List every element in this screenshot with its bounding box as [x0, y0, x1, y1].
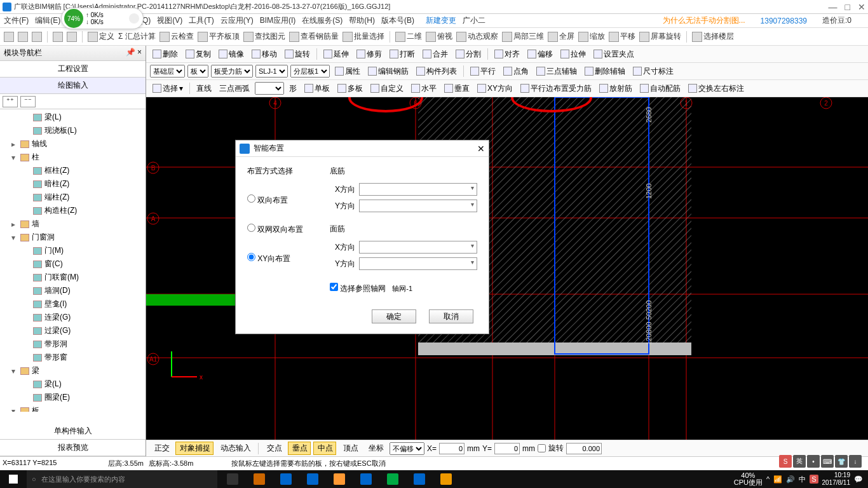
pan-btn[interactable]: 平移 — [609, 31, 635, 42]
mid-toggle[interactable]: 中点 — [313, 442, 336, 455]
radial-btn[interactable]: 放射筋 — [597, 82, 635, 95]
type-select[interactable]: 板受力筋 — [211, 65, 253, 78]
tree-node[interactable]: 框柱(Z) — [0, 164, 146, 177]
rotate-btn[interactable]: 旋转 — [282, 48, 313, 61]
tree-node[interactable]: 窗(C) — [0, 257, 146, 271]
topview-btn[interactable]: 俯视 — [426, 31, 452, 42]
tree-node[interactable]: 带形窗 — [0, 351, 146, 364]
arc3pt-btn[interactable]: 三点画弧 — [217, 82, 252, 95]
ptangle-btn[interactable]: 点角 — [501, 65, 531, 78]
task-item[interactable] — [433, 470, 459, 488]
delete-btn[interactable]: 删除 — [150, 48, 180, 61]
fullscreen-btn[interactable]: 全屏 — [548, 31, 574, 42]
menu-bim[interactable]: BIM应用(I) — [260, 15, 296, 26]
align-btn[interactable]: 对齐 — [492, 48, 522, 61]
paralleledge-btn[interactable]: 平行边布置受力筋 — [518, 82, 594, 95]
tree-node[interactable]: 暗柱(Z) — [0, 177, 146, 191]
tree-node[interactable]: 端柱(Z) — [0, 191, 146, 204]
task-item[interactable] — [353, 470, 379, 488]
dim-btn[interactable]: 尺寸标注 — [630, 65, 676, 78]
leveltop-btn[interactable]: 平齐板顶 — [198, 31, 240, 42]
tree-node[interactable]: ▸轴线 — [0, 137, 146, 151]
trim-btn[interactable]: 修剪 — [354, 48, 384, 61]
tray-sogou-icon[interactable]: S — [810, 475, 818, 484]
tree-node[interactable]: 梁(L) — [0, 377, 146, 391]
cancel-button[interactable]: 取消 — [429, 309, 473, 323]
start-button[interactable] — [0, 470, 27, 488]
single-slab-btn[interactable]: 单板 — [302, 82, 332, 95]
merge-btn[interactable]: 合并 — [420, 48, 451, 61]
taskbar-clock[interactable]: 10:192017/8/11 — [822, 471, 851, 487]
custom-btn[interactable]: 自定义 — [368, 82, 406, 95]
autorebar-btn[interactable]: 自动配筋 — [637, 82, 683, 95]
xydir-btn[interactable]: XY方向 — [475, 82, 515, 95]
menu-version[interactable]: 版本号(B) — [381, 15, 414, 26]
zoom-btn[interactable]: 缩放 — [578, 31, 605, 42]
cloudcheck-btn[interactable]: 云检查 — [159, 31, 194, 42]
offset-btn[interactable]: 偏移 — [525, 48, 555, 61]
2d-btn[interactable]: 二维 — [395, 31, 422, 42]
top-x-combo[interactable] — [359, 241, 477, 254]
tree-node[interactable]: 门(M) — [0, 244, 146, 257]
tree-node[interactable]: 现浇板(L) — [0, 124, 146, 137]
ime-bar[interactable]: S英 •⌨ 👕↓ — [779, 455, 862, 468]
menu-cloud[interactable]: 云应用(Y) — [220, 15, 254, 26]
top-y-combo[interactable] — [359, 257, 477, 270]
radio-doublenet[interactable]: 双网双向布置 — [247, 224, 317, 235]
sum-btn[interactable]: Σ 汇总计算 — [118, 31, 156, 42]
editrebar-btn[interactable]: 编辑钢筋 — [365, 65, 411, 78]
tree-node[interactable]: 梁(L) — [0, 111, 146, 124]
tree-node[interactable]: 门联窗(M) — [0, 271, 146, 284]
tray-up-icon[interactable]: ^ — [766, 475, 770, 483]
scrrot-btn[interactable]: 屏幕旋转 — [639, 31, 681, 42]
x-input[interactable] — [439, 443, 465, 454]
ref-axis-check[interactable]: 选择参照轴网 — [330, 283, 386, 294]
menu-view[interactable]: 视图(V) — [157, 15, 182, 26]
dialog-close-icon[interactable]: ✕ — [477, 144, 485, 154]
tray-net-icon[interactable]: 📶 — [773, 475, 782, 484]
tree-node[interactable]: ▸墙 — [0, 217, 146, 231]
osnap-toggle[interactable]: 对象捕捉 — [175, 442, 214, 455]
viewrebar-btn[interactable]: 查看钢筋量 — [289, 31, 339, 42]
shape-btn[interactable]: 形 — [287, 82, 299, 95]
break-btn[interactable]: 打断 — [387, 48, 417, 61]
ortho-toggle[interactable]: 正交 — [150, 442, 173, 455]
delaux-btn[interactable]: 删除辅轴 — [582, 65, 628, 78]
parallel-btn[interactable]: 平行 — [468, 65, 498, 78]
component-tree[interactable]: 梁(L)现浇板(L)▸轴线▾柱框柱(Z)暗柱(Z)端柱(Z)构造柱(Z)▸墙▾门… — [0, 109, 146, 412]
orbit-btn[interactable]: 动态观察 — [456, 31, 498, 42]
task-item[interactable] — [273, 470, 299, 488]
menu-help[interactable]: 帮助(H) — [349, 15, 375, 26]
tree-node[interactable]: 圈梁(E) — [0, 391, 146, 404]
move-btn[interactable]: 移动 — [249, 48, 280, 61]
prop-btn[interactable]: 属性 — [332, 65, 363, 78]
perf-widget[interactable]: 74% ↑ 0K/s↓ 0K/s — [61, 8, 144, 29]
close-icon[interactable]: ✕ — [858, 2, 865, 12]
multi-slab-btn[interactable]: 多板 — [335, 82, 365, 95]
top-toggle[interactable]: 顶点 — [339, 442, 362, 455]
tree-node[interactable]: 墙洞(D) — [0, 284, 146, 297]
notif-icon[interactable]: 💬 — [854, 475, 863, 484]
line-btn[interactable]: 直线 — [194, 82, 214, 95]
taskbar-search[interactable]: ○ 在这里输入你要搜索的内容 — [27, 470, 217, 488]
radio-twoway[interactable]: 双向布置 — [247, 194, 317, 206]
redo-icon[interactable] — [67, 32, 77, 42]
complist-btn[interactable]: 构件列表 — [414, 65, 459, 78]
tip-link[interactable]: 为什么无法手动分割图... — [663, 15, 745, 26]
dyn-toggle[interactable]: 动态输入 — [216, 442, 254, 455]
panel-pin-icon[interactable]: 📌 × — [126, 48, 142, 58]
task-item[interactable] — [220, 470, 245, 488]
offset-select[interactable]: 不偏移 — [390, 442, 424, 455]
stretch-btn[interactable]: 拉伸 — [558, 48, 588, 61]
task-item[interactable] — [247, 470, 272, 488]
radio-xy[interactable]: XY向布置 — [247, 253, 317, 264]
panel-proj-settings[interactable]: 工程设置 — [0, 61, 146, 78]
int-toggle[interactable]: 交点 — [262, 442, 285, 455]
id-select[interactable]: SLJ-1 — [255, 65, 288, 78]
define-btn[interactable]: 定义 — [88, 31, 114, 42]
rot-check[interactable] — [538, 444, 546, 452]
tree-node[interactable]: ▾梁 — [0, 364, 146, 377]
tree-node[interactable]: 过梁(G) — [0, 324, 146, 337]
bottom-x-combo[interactable] — [359, 183, 477, 196]
3ptaux-btn[interactable]: 三点辅轴 — [534, 65, 580, 78]
